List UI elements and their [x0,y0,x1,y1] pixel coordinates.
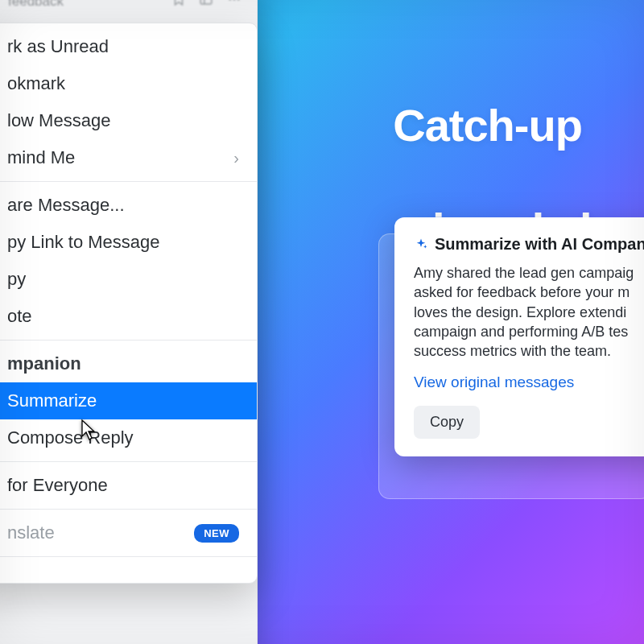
svg-point-1 [229,0,231,1]
new-badge: NEW [194,524,239,543]
menu-delete-for-everyone[interactable]: for Everyone [0,467,257,504]
more-icon[interactable] [226,0,242,6]
menu-separator [0,509,257,510]
headline-line1: Catch-up [393,100,582,151]
message-panel: feedback rk as Unread okmark low Message… [0,0,258,644]
menu-remind-me[interactable]: mind Me › [0,139,257,176]
menu-translate[interactable]: nslate NEW [0,514,257,551]
ai-summary-card: Summarize with AI Companio Amy shared th… [394,217,644,456]
svg-point-2 [233,0,236,1]
app-stage: Catch-up missed ch Summarize with AI Com… [0,0,644,644]
bookmark-icon[interactable] [171,0,186,6]
summary-body-text: Amy shared the lead gen campaig asked fo… [414,263,644,361]
panel-header-icons [171,0,242,6]
menu-summarize[interactable]: Summarize [0,382,257,419]
copy-button[interactable]: Copy [414,406,480,439]
menu-cutoff-item[interactable] [0,562,257,578]
menu-quote[interactable]: ote [0,298,257,335]
chevron-right-icon: › [233,149,239,167]
menu-separator [0,461,257,462]
svg-point-3 [237,0,240,1]
menu-separator [0,181,257,182]
summary-title: Summarize with AI Companio [435,235,644,254]
svg-rect-0 [200,0,212,4]
menu-bookmark[interactable]: okmark [0,65,257,102]
panel-header-text: feedback [8,0,64,9]
panel-header: feedback [0,0,257,23]
menu-ai-companion-section: mpanion [0,345,257,382]
menu-mark-unread[interactable]: rk as Unread [0,28,257,65]
menu-separator [0,556,257,557]
context-menu: rk as Unread okmark low Message mind Me … [0,23,258,584]
panel-icon[interactable] [199,0,213,6]
menu-compose-reply[interactable]: Compose Reply [0,419,257,456]
view-original-messages-link[interactable]: View original messages [414,374,574,391]
menu-copy[interactable]: py [0,261,257,298]
menu-share-message[interactable]: are Message... [0,187,257,224]
menu-copy-link[interactable]: py Link to Message [0,224,257,261]
menu-follow-message[interactable]: low Message [0,102,257,139]
sparkle-icon [414,237,428,252]
summary-title-row: Summarize with AI Companio [414,235,644,254]
menu-separator [0,340,257,341]
